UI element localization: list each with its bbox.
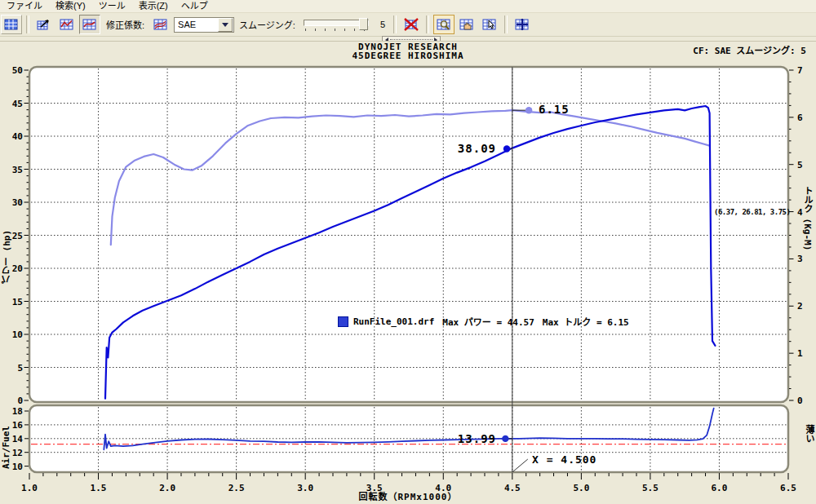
select-dropdown-button[interactable]: [218, 18, 233, 32]
power-tick-label: 50: [12, 65, 23, 76]
power-tick-label: 0: [17, 396, 23, 406]
toolbar-separator: [393, 15, 397, 33]
cursor-coords-annotation: (6.37, 26.81, 3.75): [714, 208, 790, 216]
toolbar: 修正係数: SAE スムージング: 5: [0, 13, 816, 37]
menu-help[interactable]: ヘルプ: [175, 0, 215, 12]
torque-tick-label: 1: [797, 348, 803, 359]
graph-3d-icon: [37, 18, 51, 31]
legend-max-torque: Max トルク = 6.15: [543, 315, 629, 328]
graph-3d-button[interactable]: [33, 15, 55, 34]
select-graph-button[interactable]: [479, 15, 500, 34]
torque-tick-label: 5: [797, 160, 803, 170]
af-tick-label: 16: [12, 420, 24, 431]
slider-handle[interactable]: [359, 18, 368, 30]
close-graph-button[interactable]: [401, 15, 422, 34]
smoothing-label: スムージング:: [239, 18, 295, 31]
legend-swatch-icon: [338, 316, 348, 327]
menu-tools[interactable]: ツール: [92, 0, 132, 12]
graph-curve-icon: [82, 18, 97, 31]
af-tick-label: 10: [12, 462, 23, 472]
app-window: ファイル 検索(Y) ツール 表示(Z) ヘルプ: [0, 0, 816, 504]
toolbar-separator: [426, 15, 429, 33]
power-value-label: 38.09: [450, 142, 496, 155]
chevron-down-icon: [222, 23, 228, 30]
close-graph-icon: [404, 18, 419, 31]
af-tick-label: 18: [12, 406, 23, 417]
af-tick-label: 12: [12, 448, 23, 458]
torque-tick-label: 0: [797, 396, 803, 406]
toolbar-separator: [26, 15, 29, 33]
menu-bar: ファイル 検索(Y) ツール 表示(Z) ヘルプ: [0, 0, 816, 13]
menu-search[interactable]: 検索(Y): [49, 0, 92, 12]
legend-file-name: RunFile_001.drf: [353, 316, 434, 327]
power-tick-label: 40: [12, 131, 23, 142]
power-tick-label: 45: [12, 99, 23, 109]
rpm-axis-label: 回転数（RPMx1000）: [0, 489, 816, 502]
graph-curve-button[interactable]: [79, 15, 100, 34]
power-tick-label: 35: [12, 165, 23, 175]
correction-factor-select[interactable]: SAE: [174, 17, 234, 33]
correction-graph-icon: [153, 18, 168, 31]
zoom-graph-button[interactable]: [433, 15, 455, 34]
pan-graph-icon: [459, 18, 474, 31]
cursor-x-label: X = 4.500: [532, 453, 596, 466]
select-graph-icon: [482, 18, 497, 31]
table-grid-icon: [4, 18, 19, 31]
power-tick-label: 10: [12, 329, 23, 340]
torque-axis-label: トルク (Kg-M): [800, 186, 814, 276]
smoothing-slider[interactable]: [304, 16, 372, 33]
table-grid-button[interactable]: [1, 15, 22, 34]
scroll-track[interactable]: [390, 39, 432, 40]
torque-tick-label: 6: [797, 113, 803, 123]
legend: RunFile_001.drf Max パワー = 44.57 Max トルク …: [338, 315, 637, 328]
menu-file[interactable]: ファイル: [0, 0, 49, 12]
cf-smoothing-readout: CF: SAE スムージング: 5: [693, 43, 806, 56]
correction-factor-label: 修正係数:: [106, 18, 144, 31]
correction-factor-value: SAE: [175, 20, 217, 29]
graph-line-icon: [60, 18, 74, 31]
pan-graph-button[interactable]: [456, 15, 477, 34]
torque-tick-label: 7: [797, 65, 803, 76]
smoothing-value: 5: [380, 20, 385, 29]
af-value-label: 13.99: [447, 432, 496, 445]
legend-max-power: Max パワー = 44.57: [442, 315, 534, 328]
graph-line-button[interactable]: [56, 15, 78, 34]
power-tick-label: 5: [17, 363, 23, 374]
airfuel-axis-label: Air/Fuel: [1, 410, 11, 469]
correction-graph-button[interactable]: [150, 15, 171, 34]
af-tick-label: 14: [12, 434, 24, 444]
power-axis-label: パワー (hp): [1, 194, 14, 284]
power-tick-label: 15: [12, 297, 23, 307]
power-marker-dot[interactable]: [503, 145, 510, 152]
toolbar-separator: [504, 15, 508, 33]
crosshair-graph-button[interactable]: [512, 15, 533, 34]
torque-tick-label: 2: [797, 301, 803, 312]
torque-marker-dot[interactable]: [526, 107, 532, 113]
dyno-chart: 051015202530354045500123456710121416181.…: [0, 41, 816, 504]
torque-value-label: 6.15: [539, 103, 570, 116]
menu-view[interactable]: 表示(Z): [132, 0, 175, 12]
crosshair-graph-icon: [515, 18, 530, 31]
zoom-graph-icon: [437, 18, 451, 31]
lean-axis-label: 薄い: [802, 425, 815, 461]
af-marker-dot[interactable]: [502, 435, 508, 442]
slider-ticks: [305, 29, 367, 31]
